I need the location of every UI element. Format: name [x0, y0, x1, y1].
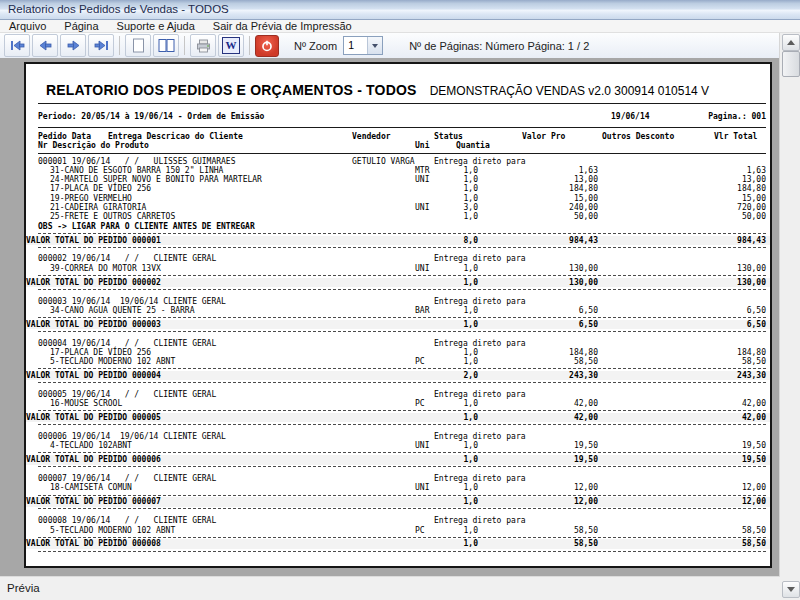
item-line: 21-CADEIRA GIRATORIAUNI3,0240,00720,00	[38, 203, 766, 212]
order-total-value: 12,00	[658, 497, 766, 506]
single-page-view-button[interactable]	[125, 34, 151, 57]
order-total-line: VALOR TOTAL DO PEDIDO 0000071,012,0012,0…	[26, 497, 770, 506]
two-pages-view-button[interactable]	[153, 34, 179, 57]
item-total: 184,80	[658, 348, 766, 357]
item-line: 4-TECLADO 102ABNTUNI1,019,5019,50	[38, 441, 766, 450]
menu-pagina[interactable]: Página	[55, 20, 107, 32]
item-line: 5-TECLADO MODERNO 102 ABNTPC1,058,5058,5…	[38, 526, 766, 535]
col-status: Status	[434, 132, 463, 141]
item-name: 25-FRETE E OUTROS CARRETOS	[50, 212, 175, 221]
vertical-scrollbar[interactable]	[779, 33, 800, 600]
item-name: 39-CORREA DO MOTOR 13VX	[50, 264, 161, 273]
order-total-line: VALOR TOTAL DO PEDIDO 0000081,058,5058,5…	[26, 539, 770, 548]
toolbar-separator	[249, 36, 250, 55]
toolbar-separator	[119, 36, 120, 55]
col-pedido-data: Pedido Data	[38, 132, 91, 141]
item-total: 720,00	[658, 203, 766, 212]
item-total: 42,00	[658, 399, 766, 408]
order-entrega-status: Entrega direto para	[434, 157, 526, 166]
dashed-separator	[38, 537, 766, 538]
item-qty: 1,0	[436, 166, 478, 175]
item-valor: 12,00	[498, 483, 598, 492]
item-valor: 13,00	[498, 175, 598, 184]
dashed-separator	[38, 382, 766, 383]
item-total: 184,80	[658, 184, 766, 193]
item-total: 58,50	[658, 526, 766, 535]
first-page-button[interactable]	[4, 34, 30, 57]
item-qty: 1,0	[436, 184, 478, 193]
window-title: Relatorio dos Pedidos de Vendas - TODOS	[8, 3, 229, 15]
order-total-line: VALOR TOTAL DO PEDIDO 0000061,019,5019,5…	[26, 455, 770, 464]
last-page-button[interactable]	[88, 34, 114, 57]
order-total-valor: 19,50	[498, 455, 598, 464]
order-total-value: 243,30	[658, 371, 766, 380]
item-uni: UNI	[415, 175, 429, 184]
order-entrega-status: Entrega direto para	[434, 254, 526, 263]
order-total-label: VALOR TOTAL DO PEDIDO 000003	[26, 320, 161, 329]
horizontal-rule	[38, 103, 766, 104]
order-total-qty: 1,0	[436, 320, 478, 329]
report-title-row: RELATORIO DOS PEDIDOS E ORÇAMENTOS - TOD…	[46, 82, 766, 98]
item-line: 5-TECLADO MODERNO 102 ABNTPC1,058,5058,5…	[38, 357, 766, 366]
report-title: RELATORIO DOS PEDIDOS E ORÇAMENTOS - TOD…	[46, 82, 417, 98]
item-valor: 130,00	[498, 264, 598, 273]
zoom-dropdown-button[interactable]	[367, 37, 382, 54]
item-qty: 1,0	[436, 194, 478, 203]
order-total-qty: 1,0	[436, 497, 478, 506]
item-total: 1,63	[658, 166, 766, 175]
item-total: 50,00	[658, 212, 766, 221]
dashed-separator	[38, 452, 766, 453]
dashed-separator	[38, 289, 766, 290]
menu-arquivo[interactable]: Arquivo	[0, 20, 55, 32]
exit-preview-button[interactable]	[255, 35, 279, 57]
col-outros-desconto: Outros Desconto	[602, 132, 674, 141]
export-word-button[interactable]: W	[218, 34, 244, 57]
item-total: 58,50	[658, 357, 766, 366]
order-vendedor: GETULIO VARGA	[352, 157, 415, 166]
order-total-line: VALOR TOTAL DO PEDIDO 0000042,0243,30243…	[26, 371, 770, 380]
scroll-down-button[interactable]	[782, 581, 800, 598]
item-qty: 1,0	[436, 441, 478, 450]
period-row: Periodo: 20/05/14 à 19/06/14 - Ordem de …	[38, 111, 766, 122]
order-obs: OBS -> LIGAR PARA O CLIENTE ANTES DE ENT…	[38, 222, 255, 231]
dashed-separator	[38, 275, 766, 276]
order-header-text: 000005 19/06/14 / / CLIENTE GERAL	[38, 390, 216, 399]
menu-suporte-ajuda[interactable]: Suporte e Ajuda	[108, 20, 204, 32]
table-header-line2: Nr Descrição do Produto Uni Quantia	[38, 141, 766, 150]
dashed-separator	[38, 508, 766, 509]
order-total-label: VALOR TOTAL DO PEDIDO 000006	[26, 455, 161, 464]
dashed-separator	[38, 424, 766, 425]
two-pages-icon	[158, 38, 175, 53]
dashed-separator	[38, 233, 766, 234]
item-uni: PC	[415, 357, 425, 366]
order-header-text: 000001 19/06/14 / / ULISSES GUIMARAES	[38, 157, 235, 166]
zoom-select[interactable]: 1	[343, 36, 383, 55]
order-total-label: VALOR TOTAL DO PEDIDO 000008	[26, 539, 161, 548]
scrollbar-thumb[interactable]	[782, 51, 800, 77]
item-valor: 58,50	[498, 526, 598, 535]
scroll-up-button[interactable]	[782, 34, 800, 51]
order-header-text: 000007 19/06/14 / / CLIENTE GERAL	[38, 474, 216, 483]
next-page-button[interactable]	[60, 34, 86, 57]
item-uni: UNI	[415, 441, 429, 450]
item-name: 18-CAMISETA COMUN	[50, 483, 132, 492]
menu-sair-previa[interactable]: Sair da Prévia de Impressão	[204, 20, 361, 32]
order-total-line: VALOR TOTAL DO PEDIDO 0000031,06,506,50	[26, 320, 770, 329]
print-icon	[196, 39, 211, 53]
col-valor-pro: Valor Pro	[522, 132, 565, 141]
order-header-text: 000002 19/06/14 / / CLIENTE GERAL	[38, 254, 216, 263]
item-line: 17-PLACA DE VÍDEO 2561,0184,80184,80	[38, 184, 766, 193]
prev-page-icon	[38, 40, 53, 51]
order-total-line: VALOR TOTAL DO PEDIDO 0000051,042,0042,0…	[26, 413, 770, 422]
order-total-qty: 2,0	[436, 371, 478, 380]
order-header-text: 000003 19/06/14 19/06/14 CLIENTE GERAL	[38, 297, 226, 306]
prev-page-button[interactable]	[32, 34, 58, 57]
print-button[interactable]	[190, 34, 216, 57]
item-line: 25-FRETE E OUTROS CARRETOS1,050,0050,00	[38, 212, 766, 221]
dashed-separator	[38, 247, 766, 248]
item-valor: 184,80	[498, 184, 598, 193]
item-name: 4-TECLADO 102ABNT	[50, 441, 132, 450]
item-uni: UNI	[415, 483, 429, 492]
report-page-number: Pagina.: 001	[708, 111, 766, 122]
order-gap	[38, 553, 766, 558]
